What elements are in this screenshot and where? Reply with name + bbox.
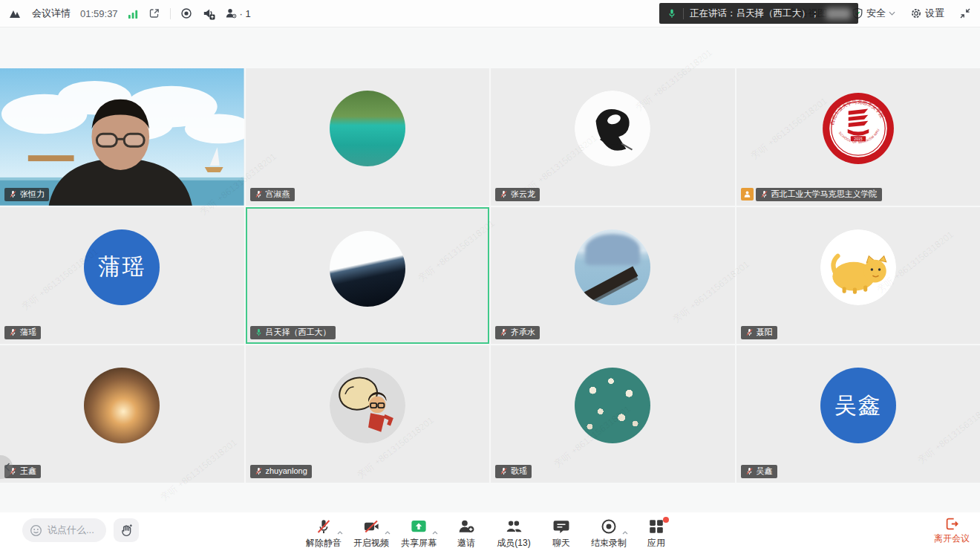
chevron-left-icon: [4, 463, 10, 472]
participant-name: 吴鑫: [757, 467, 773, 475]
name-tag: 张恒力: [4, 188, 49, 201]
invite-icon: [458, 518, 474, 535]
mic-muted-icon: [500, 328, 508, 336]
video-grid: 张恒力 宫淑燕: [0, 68, 980, 483]
participant-tile[interactable]: 西北工业大学马克思主义学院 SCHOOL OF MARXISM NPU 2015: [736, 68, 980, 206]
stop-recording-button[interactable]: 结束录制: [587, 515, 630, 550]
speaking-toast-text: 正在讲话：吕天择（西工大）；: [690, 7, 820, 20]
apps-button[interactable]: 应用: [635, 515, 678, 550]
mic-active-icon: [255, 328, 263, 336]
notification-dot: [663, 517, 669, 523]
mic-muted-icon: [500, 190, 508, 198]
avatar: [575, 229, 650, 305]
svg-text:2015: 2015: [854, 137, 862, 141]
gear-icon: [910, 7, 922, 19]
chevron-up-icon[interactable]: [622, 524, 628, 538]
participant-tile[interactable]: 吴鑫 吴鑫: [736, 345, 980, 483]
mic-muted-icon: [255, 467, 263, 475]
participant-name: 齐承水: [511, 328, 535, 336]
participant-name: 吕天择（西工大）: [266, 328, 331, 336]
name-tag-row: 西北工业大学马克思主义学院: [741, 188, 882, 201]
share-screen-button[interactable]: 共享屏幕: [397, 515, 440, 550]
record-icon: [601, 518, 617, 535]
mic-muted-icon: [255, 190, 263, 198]
name-tag: 齐承水: [495, 326, 540, 339]
chat-button[interactable]: 聊天: [540, 515, 583, 550]
name-tag: 歌瑶: [495, 465, 532, 478]
mic-muted-icon: [9, 328, 17, 336]
meeting-timer: 01:59:37: [80, 8, 118, 19]
apps-grid-icon: [648, 518, 664, 535]
network-signal-icon[interactable]: [128, 8, 139, 19]
chat-placeholder: 说点什么...: [48, 524, 94, 537]
leave-meeting-button[interactable]: 离开会议: [934, 517, 970, 545]
screen-share-icon: [411, 518, 427, 535]
mic-off-icon: [316, 518, 332, 535]
chat-input[interactable]: 说点什么...: [22, 518, 106, 542]
members-button[interactable]: 成员(13): [492, 515, 535, 550]
leave-door-icon: [945, 517, 959, 531]
participant-name: 歌瑶: [511, 467, 527, 475]
chevron-up-icon[interactable]: [432, 524, 438, 538]
participant-tile[interactable]: 宫淑燕: [246, 68, 490, 206]
participant-tile[interactable]: 聂阳: [736, 207, 980, 345]
chevron-up-icon[interactable]: [385, 524, 391, 538]
pop-out-icon[interactable]: [148, 7, 160, 19]
settings-label: 设置: [925, 7, 944, 20]
participant-name: 宫淑燕: [266, 190, 290, 198]
settings-button[interactable]: 设置: [910, 7, 944, 20]
name-tag-row: 吕天择（西工大）: [250, 326, 336, 339]
name-tag-row: 张恒力: [4, 188, 49, 201]
start-video-button[interactable]: 开启视频: [350, 515, 393, 550]
name-tag: zhuyanlong: [250, 465, 312, 478]
name-tag-row: 蒲瑶: [4, 326, 41, 339]
bottom-bar: 说点什么... 解除静音 开启视频 共享屏幕: [0, 512, 980, 551]
avatar: [330, 231, 405, 307]
participant-name: 王鑫: [20, 467, 36, 475]
blurred-name: [826, 8, 851, 19]
participant-name: 聂阳: [757, 328, 773, 336]
raise-hand-button[interactable]: [114, 518, 139, 542]
smiley-icon: [30, 524, 42, 537]
avatar: 西北工业大学马克思主义学院 SCHOOL OF MARXISM NPU 2015: [820, 91, 896, 166]
top-bar-left: 会议详情 01:59:37 · 1: [7, 0, 251, 27]
toolbar: 解除静音 开启视频 共享屏幕 邀请 成员(13) 聊天: [302, 515, 678, 550]
name-tag: 吕天择（西工大）: [250, 326, 336, 339]
chevron-up-icon[interactable]: [337, 524, 343, 538]
name-tag: 聂阳: [741, 326, 777, 339]
cartoon-avatar: [330, 368, 405, 443]
participant-tile[interactable]: 张云龙: [491, 68, 735, 206]
attendee-count[interactable]: · 1: [225, 7, 251, 19]
name-tag-row: 齐承水: [495, 326, 540, 339]
name-tag: 宫淑燕: [250, 188, 295, 201]
participant-tile[interactable]: 蒲瑶 蒲瑶: [0, 207, 244, 345]
avatar: [820, 229, 896, 305]
invite-button[interactable]: 邀请: [445, 515, 488, 550]
name-tag: 吴鑫: [741, 465, 777, 478]
meeting-details-button[interactable]: 会议详情: [32, 7, 71, 20]
unmute-button[interactable]: 解除静音: [302, 515, 345, 550]
name-tag-row: 歌瑶: [495, 465, 532, 478]
participant-tile[interactable]: zhuyanlong: [246, 345, 490, 483]
cat-avatar: [820, 229, 896, 305]
recording-indicator-icon[interactable]: [180, 7, 192, 19]
participant-tile[interactable]: 张恒力: [0, 68, 244, 206]
participant-tile[interactable]: 王鑫: [0, 345, 244, 483]
attendee-count-label: · 1: [240, 8, 251, 19]
avatar: [330, 368, 405, 443]
name-tag-row: zhuyanlong: [250, 465, 312, 478]
participant-tile[interactable]: 歌瑶: [491, 345, 735, 483]
mic-muted-icon: [760, 190, 768, 198]
exit-fullscreen-icon[interactable]: [959, 7, 971, 19]
speaking-mic-icon: [667, 8, 677, 19]
chevron-down-icon: [889, 11, 895, 16]
participant-tile-speaking[interactable]: 吕天择（西工大）: [246, 207, 490, 345]
members-icon: [505, 518, 523, 535]
avatar: [84, 368, 160, 443]
meeting-window: 会议详情 01:59:37 · 1 正在讲话：吕天择（西工大）； 宫格视图: [0, 0, 980, 551]
name-tag: 张云龙: [495, 188, 540, 201]
name-tag-row: 宫淑燕: [250, 188, 295, 201]
audio-mode-icon[interactable]: [202, 7, 215, 20]
participant-tile[interactable]: 齐承水: [491, 207, 735, 345]
divider: [170, 8, 171, 19]
